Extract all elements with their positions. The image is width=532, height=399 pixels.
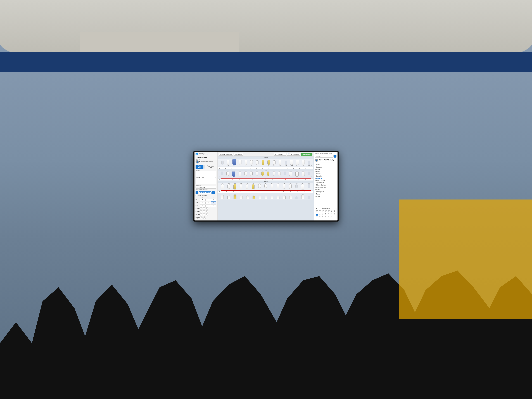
tooth-5[interactable]: 5 <box>244 160 247 166</box>
cal-d-n1[interactable]: 1 <box>318 217 321 219</box>
add-note-button[interactable]: 📝 Add exam note <box>287 153 300 156</box>
hide-scores-button[interactable]: Hide scores <box>234 153 243 156</box>
nav-education[interactable]: ▶ Education <box>315 175 336 177</box>
nav-billing[interactable]: ▶ Billing <box>315 171 336 173</box>
tooth-26[interactable]: 26 <box>258 183 261 188</box>
tooth-25[interactable]: 25 <box>264 183 267 188</box>
tooth-ll-23[interactable] <box>277 196 279 199</box>
tooth-l-12[interactable] <box>284 171 286 175</box>
cal-d-n3[interactable]: 3 <box>324 217 327 219</box>
cal-d14[interactable]: 14 <box>316 214 318 215</box>
nav-notes[interactable]: ▶ Notes <box>315 188 336 191</box>
tooth-3c[interactable]: 3-C <box>233 159 236 166</box>
bleeding-b-btn[interactable]: B <box>203 207 205 210</box>
tooth-ll-25[interactable] <box>265 196 267 199</box>
cal-d5[interactable]: 5 <box>330 211 333 212</box>
tooth-13ep[interactable]: 13-E-P <box>290 160 293 166</box>
tooth-18[interactable]: 18 <box>301 183 304 190</box>
exam-date-field[interactable]: 📅 02/14/2021 ▼ <box>196 186 216 189</box>
next-tooth-button[interactable]: › <box>212 191 215 194</box>
tooth-l-13[interactable] <box>289 171 292 176</box>
tooth-ll-24[interactable] <box>271 196 273 199</box>
cal-d25[interactable]: 25 <box>327 216 330 217</box>
nav-appointments[interactable]: ▶ Appointments <box>315 182 336 184</box>
tooth-24[interactable]: 24 <box>270 183 273 188</box>
provider-dropdown[interactable]: Wendy Craig ▼ <box>196 171 216 184</box>
cal-d-n2[interactable]: 2 <box>321 217 324 219</box>
cal-d17[interactable]: 17 <box>324 214 327 215</box>
tooth-l-10[interactable] <box>272 171 275 176</box>
dropdown-arrow[interactable]: ▼ <box>215 154 216 155</box>
tooth-6[interactable]: 6 <box>250 160 253 166</box>
cal-d16[interactable]: 16 <box>321 214 324 215</box>
cal-d12[interactable]: 12 <box>330 213 333 214</box>
gm-input-b[interactable] <box>205 202 211 204</box>
search-button[interactable]: + <box>334 155 336 158</box>
tooth-ll-30[interactable] <box>234 195 236 199</box>
pd-input-m[interactable] <box>211 199 216 201</box>
bleeding-m-btn[interactable]: M <box>206 207 208 210</box>
previous-exams-row[interactable]: Previous perio exams ℹ <box>196 189 216 190</box>
suppuration-m-btn[interactable]: M <box>200 216 203 219</box>
tooth-l-4[interactable] <box>239 171 241 176</box>
tooth-ll-31[interactable] <box>228 195 230 199</box>
cal-d4[interactable]: 4 <box>327 211 330 212</box>
plaque-b-btn[interactable]: Λ <box>203 213 205 216</box>
tooth-ll-20[interactable] <box>295 196 298 199</box>
tooth-ll-27[interactable] <box>253 196 255 199</box>
cal-d23[interactable]: 23 <box>321 216 324 217</box>
tooth-ll-18[interactable] <box>301 195 304 199</box>
tooth-ll-22[interactable] <box>283 196 285 199</box>
cal-d20[interactable]: 20 <box>333 214 336 215</box>
cal-d13[interactable]: 13 <box>333 213 336 214</box>
cal-d15[interactable]: 15 <box>318 214 321 215</box>
nav-recare[interactable]: ▶ Recare <box>315 173 336 175</box>
gm-input-m[interactable] <box>211 202 216 204</box>
tooth-29e[interactable]: 29-E <box>240 183 242 189</box>
suppuration-extra[interactable]: ◎ <box>203 216 206 219</box>
cal-d26[interactable]: 26 <box>330 216 333 217</box>
cal-d-n6[interactable]: 6 <box>333 217 336 219</box>
tooth-30e[interactable]: 30-E <box>233 183 236 190</box>
cal-d27[interactable]: 27 <box>333 216 336 217</box>
tooth-16x[interactable]: 16-X <box>307 161 310 166</box>
nav-claims[interactable]: ▶ Claims <box>315 168 336 171</box>
tooth-l-6[interactable] <box>250 171 253 176</box>
cal-d-n5[interactable]: 5 <box>330 217 333 219</box>
tooth-l-2[interactable] <box>226 171 229 176</box>
tooth-l-7[interactable] <box>256 171 258 176</box>
nav-correspondence[interactable]: ▶ Correspondence <box>315 186 336 188</box>
use-previous-button[interactable]: Use previous data <box>204 165 216 169</box>
cal-d7[interactable]: 7 <box>316 213 318 214</box>
tooth-7[interactable]: 7 <box>256 160 259 166</box>
nav-prescriptions[interactable]: ▶ Prescriptions <box>315 191 336 193</box>
tooth-l-5[interactable] <box>245 171 247 176</box>
nav-charting[interactable]: ▶ Charting <box>315 177 336 179</box>
cal-d-n4[interactable]: 4 <box>327 217 330 219</box>
three-at-time-checkbox[interactable] <box>196 195 197 196</box>
cal-d19[interactable]: 19 <box>330 214 333 215</box>
tooth-20x[interactable]: 20-X <box>295 183 298 188</box>
tooth-9[interactable]: 9 <box>267 160 270 166</box>
more-icon[interactable]: ≡ <box>336 153 336 154</box>
tooth-l-15[interactable] <box>302 171 305 176</box>
cal-d22[interactable]: 22 <box>318 216 321 217</box>
search-input[interactable] <box>315 155 334 158</box>
tooth-22[interactable]: 22 <box>283 183 286 189</box>
cal-d3[interactable]: 3 <box>324 211 327 212</box>
tooth-l-1[interactable] <box>221 171 223 175</box>
cal-d18[interactable]: 18 <box>327 214 330 215</box>
tooth-8[interactable]: 8 <box>261 160 264 166</box>
calculus-m-btn[interactable]: M <box>206 210 208 213</box>
cal-input-d[interactable] <box>200 204 205 207</box>
nav-bridge[interactable]: ▶ Bridge <box>315 195 336 197</box>
cal-d8[interactable]: 8 <box>318 213 321 214</box>
cal-d6[interactable]: 6 <box>333 211 336 212</box>
tooth-l-14[interactable] <box>295 171 299 177</box>
tooth-23[interactable]: 23 <box>277 183 279 188</box>
tooth-17x[interactable]: 17-X <box>307 183 310 188</box>
cal-input-m[interactable] <box>211 204 216 207</box>
cal-input-b[interactable] <box>205 204 211 207</box>
cal-d11[interactable]: 11 <box>327 213 330 214</box>
plaque-d-btn[interactable]: D <box>200 213 203 216</box>
